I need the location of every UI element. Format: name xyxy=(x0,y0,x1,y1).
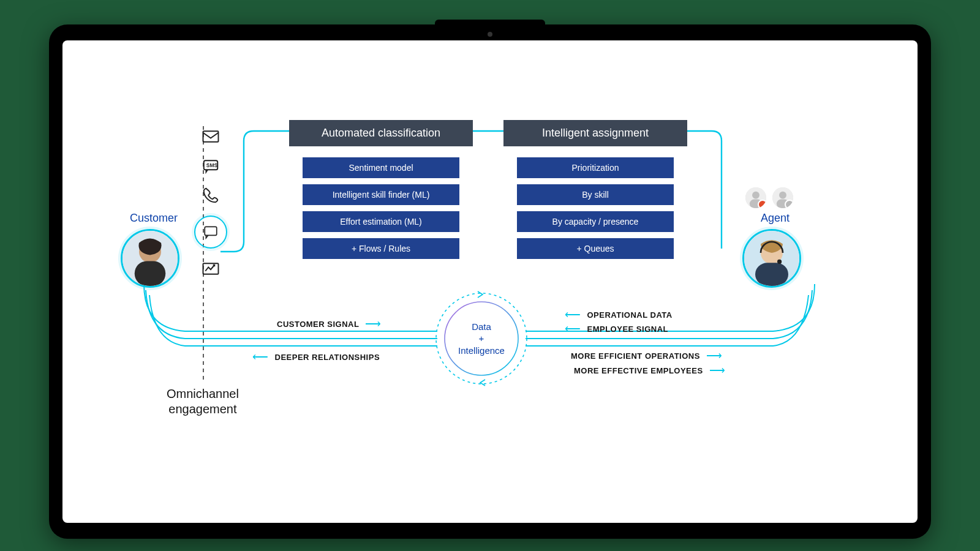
sms-icon: SMS xyxy=(202,157,220,175)
agent-mini-avatar xyxy=(772,187,793,208)
omnichannel-label-line2: engagement xyxy=(167,402,239,417)
assignment-item: By capacity / presence xyxy=(517,211,674,232)
svg-point-20 xyxy=(777,260,782,264)
agent-avatar xyxy=(742,229,801,288)
agent-mini-avatars xyxy=(745,187,793,208)
classification-item: Effort estimation (ML) xyxy=(303,211,459,232)
diagram-screen: Customer SMS Omnichannel engagement Auto… xyxy=(62,40,918,523)
omnichannel-label-line1: Omnichannel xyxy=(167,386,239,402)
assignment-header: Intelligent assignment xyxy=(503,120,687,146)
flow-employee-signal: ⟵EMPLOYEE SIGNAL xyxy=(565,322,668,335)
classification-section: Automated classification Sentiment model… xyxy=(289,120,473,265)
arrow-right-icon: ⟶ xyxy=(706,349,723,362)
analytics-icon xyxy=(202,260,220,278)
assignment-item: + Queues xyxy=(517,238,674,259)
customer-label: Customer xyxy=(130,212,178,225)
classification-item: + Flows / Rules xyxy=(303,238,459,259)
flow-operational-data: ⟵OPERATIONAL DATA xyxy=(565,308,673,321)
center-line3: Intelligence xyxy=(458,345,505,357)
status-dot-busy xyxy=(758,200,766,208)
flow-deeper-relationships: ⟵DEEPER RELATIONSHIPS xyxy=(252,350,380,364)
status-dot-away xyxy=(785,200,793,208)
svg-rect-5 xyxy=(135,261,165,287)
channel-column: SMS xyxy=(194,127,227,278)
svg-rect-6 xyxy=(203,131,219,142)
flow-more-efficient: MORE EFFICIENT OPERATIONS⟶ xyxy=(571,349,722,362)
phone-icon xyxy=(202,186,220,204)
classification-header: Automated classification xyxy=(289,120,473,146)
chat-icon xyxy=(194,216,227,249)
assignment-item: By skill xyxy=(517,184,674,205)
arrow-left-icon: ⟵ xyxy=(565,322,581,335)
svg-point-15 xyxy=(779,192,786,199)
classification-item: Intelligent skill finder (ML) xyxy=(303,184,459,205)
assignment-section: Intelligent assignment Prioritization By… xyxy=(503,120,687,265)
email-icon xyxy=(202,127,220,146)
data-intelligence-circle: Data + Intelligence xyxy=(442,299,521,378)
center-line1: Data xyxy=(472,321,491,333)
customer-avatar xyxy=(121,229,179,288)
agent-mini-avatar xyxy=(745,187,766,208)
arrow-left-icon: ⟵ xyxy=(565,308,581,321)
agent-label: Agent xyxy=(761,212,790,225)
svg-rect-9 xyxy=(205,227,217,235)
tablet-frame: Customer SMS Omnichannel engagement Auto… xyxy=(49,24,931,539)
flow-customer-signal: CUSTOMER SIGNAL⟶ xyxy=(277,317,382,331)
arrow-right-icon: ⟶ xyxy=(709,364,726,377)
tablet-notch xyxy=(435,20,545,28)
classification-item: Sentiment model xyxy=(303,157,459,178)
flow-more-effective: MORE EFFECTIVE EMPLOYEES⟶ xyxy=(574,364,725,377)
svg-point-12 xyxy=(752,192,760,199)
arrow-left-icon: ⟵ xyxy=(252,350,269,364)
arrow-right-icon: ⟶ xyxy=(365,317,382,331)
assignment-item: Prioritization xyxy=(517,157,674,178)
omnichannel-label: Omnichannel engagement xyxy=(167,386,239,417)
svg-rect-19 xyxy=(755,263,788,286)
center-line2: + xyxy=(479,332,484,345)
svg-text:SMS: SMS xyxy=(206,162,218,168)
